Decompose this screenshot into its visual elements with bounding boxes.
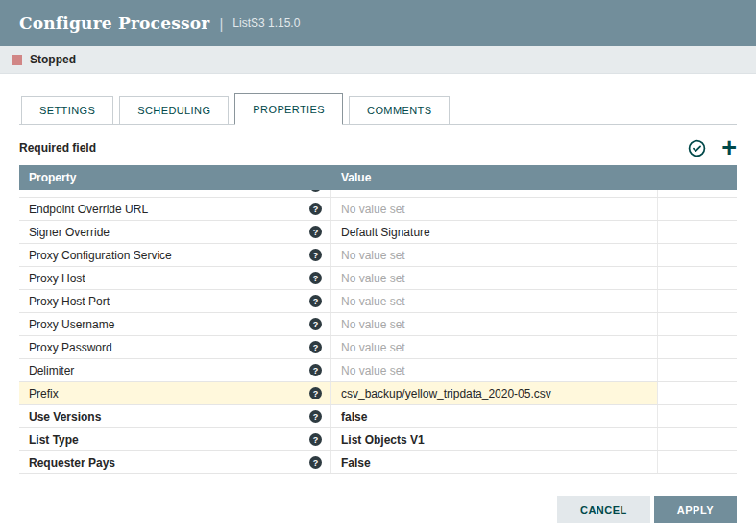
dialog-header: Configure Processor | ListS3 1.15.0: [0, 0, 756, 46]
tab-settings[interactable]: SETTINGS: [21, 96, 113, 124]
property-name-cell: List Type?: [19, 428, 331, 450]
property-value-cell[interactable]: List Objects V1: [331, 428, 658, 450]
property-row: Proxy Configuration Service?No value set: [19, 244, 737, 267]
property-value: Default Signature: [341, 226, 430, 239]
apply-button[interactable]: APPLY: [654, 496, 737, 523]
tab-comments[interactable]: COMMENTS: [349, 96, 450, 124]
row-extra-cell: [658, 313, 737, 335]
help-icon[interactable]: ?: [309, 190, 322, 192]
property-column-header: Property: [19, 171, 331, 184]
property-name: Use Versions: [29, 410, 101, 423]
property-name-cell: Prefix?: [19, 382, 331, 404]
property-name-cell: Use Versions?: [19, 405, 331, 427]
property-value-cell[interactable]: No value set: [331, 336, 658, 358]
property-row: Endpoint Override URL?No value set: [19, 198, 737, 221]
row-extra-cell: [658, 359, 737, 381]
property-row: Proxy Host?No value set: [19, 267, 737, 290]
tab-properties[interactable]: PROPERTIES: [234, 93, 343, 125]
property-row: Prefix?csv_backup/yellow_tripdata_2020-0…: [19, 382, 737, 405]
property-name: Proxy Password: [29, 341, 112, 354]
configure-processor-dialog: Configure Processor | ListS3 1.15.0 Stop…: [0, 0, 756, 532]
help-icon[interactable]: ?: [309, 318, 322, 330]
required-field-label: Required field: [19, 141, 96, 155]
property-value-cell[interactable]: No value set: [331, 190, 658, 197]
property-value-cell[interactable]: Default Signature: [331, 221, 658, 243]
property-name: List Type: [29, 433, 79, 447]
property-row: Use Versions?false: [19, 405, 737, 428]
toolbar-icons: +: [688, 139, 737, 157]
help-icon[interactable]: ?: [309, 249, 322, 261]
property-name-cell: Endpoint Override URL?: [19, 198, 331, 220]
help-icon[interactable]: ?: [309, 295, 322, 307]
row-extra-cell: [658, 221, 737, 243]
property-value-cell[interactable]: csv_backup/yellow_tripdata_2020-05.csv: [331, 382, 658, 404]
title-separator: |: [219, 15, 223, 32]
property-value: No value set: [341, 249, 405, 262]
add-property-icon[interactable]: +: [721, 139, 737, 157]
property-value: No value set: [341, 272, 405, 285]
help-icon[interactable]: ?: [309, 387, 322, 399]
property-value-cell[interactable]: No value set: [331, 198, 658, 220]
property-value: No value set: [341, 295, 405, 308]
tab-scheduling-label: SCHEDULING: [137, 105, 210, 116]
value-column-header: Value: [331, 171, 658, 184]
tab-scheduling[interactable]: SCHEDULING: [119, 96, 229, 124]
property-row: List Type?List Objects V1: [19, 428, 737, 451]
status-label: Stopped: [30, 53, 76, 66]
property-value-cell[interactable]: No value set: [331, 244, 658, 266]
property-value: No value set: [341, 203, 405, 216]
property-value-cell[interactable]: False: [331, 451, 658, 473]
property-name-cell: Requester Pays?: [19, 451, 331, 473]
property-name: Delimiter: [29, 364, 74, 377]
property-value-cell[interactable]: No value set: [331, 359, 658, 381]
row-extra-cell: [658, 382, 737, 404]
row-extra-cell: [658, 190, 737, 197]
property-value-cell[interactable]: No value set: [331, 313, 658, 335]
tab-bar: SETTINGS SCHEDULING PROPERTIES COMMENTS: [19, 93, 737, 125]
property-value: csv_backup/yellow_tripdata_2020-05.csv: [341, 387, 551, 400]
tab-settings-label: SETTINGS: [39, 105, 95, 116]
help-icon[interactable]: ?: [309, 341, 322, 353]
properties-toolbar: Required field +: [19, 131, 737, 165]
property-value: false: [341, 410, 367, 423]
cancel-button[interactable]: CANCEL: [557, 496, 650, 523]
property-row: Requester Pays?False: [19, 451, 737, 474]
processor-name-version: ListS3 1.15.0: [232, 16, 300, 30]
property-row: SSL Context Service?No value set: [19, 190, 737, 198]
property-row: Delimiter?No value set: [19, 359, 737, 382]
property-name: Endpoint Override URL: [29, 203, 148, 216]
property-name-cell: Delimiter?: [19, 359, 331, 381]
row-extra-cell: [658, 336, 737, 358]
property-value-cell[interactable]: false: [331, 405, 658, 427]
table-header-row: Property Value: [19, 165, 737, 190]
help-icon[interactable]: ?: [309, 433, 322, 446]
verify-properties-icon[interactable]: [688, 139, 706, 157]
property-value-cell[interactable]: No value set: [331, 267, 658, 289]
property-name-cell: Proxy Host Port?: [19, 290, 331, 312]
properties-table: Property Value SSL Context Service?No va…: [19, 165, 737, 474]
help-icon[interactable]: ?: [309, 364, 322, 376]
property-name: Proxy Configuration Service: [29, 249, 172, 262]
row-extra-cell: [658, 405, 737, 427]
help-icon[interactable]: ?: [309, 272, 322, 284]
dialog-footer: CANCEL APPLY: [557, 496, 737, 523]
help-icon[interactable]: ?: [309, 456, 322, 469]
help-icon[interactable]: ?: [309, 203, 322, 215]
property-name: Prefix: [29, 387, 59, 400]
table-body: SSL Context Service?No value setEndpoint…: [19, 190, 737, 474]
property-value: No value set: [341, 364, 405, 377]
property-name: Signer Override: [29, 226, 110, 239]
status-bar: Stopped: [0, 46, 756, 74]
property-value: False: [341, 456, 371, 470]
stopped-icon: [12, 55, 22, 65]
row-extra-cell: [658, 198, 737, 220]
property-name-cell: Proxy Host?: [19, 267, 331, 289]
property-row: Signer Override?Default Signature: [19, 221, 737, 244]
help-icon[interactable]: ?: [309, 410, 322, 423]
property-row: Proxy Password?No value set: [19, 336, 737, 359]
property-name-cell: Signer Override?: [19, 221, 331, 243]
help-icon[interactable]: ?: [309, 226, 322, 238]
property-value-cell[interactable]: No value set: [331, 290, 658, 312]
property-name: Proxy Host Port: [29, 295, 110, 308]
property-name-cell: SSL Context Service?: [19, 190, 331, 197]
